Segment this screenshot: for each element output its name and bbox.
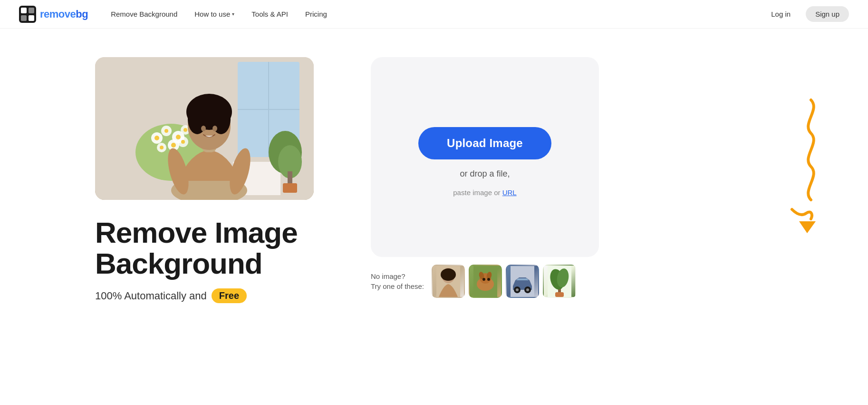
svg-rect-1 bbox=[21, 8, 27, 13]
svg-point-53 bbox=[526, 288, 529, 291]
drop-file-text: or drop a file, bbox=[460, 169, 510, 179]
sample-thumb-car[interactable] bbox=[506, 265, 539, 298]
url-link[interactable]: URL bbox=[502, 188, 517, 197]
hero-heading: Remove Image Background bbox=[95, 217, 333, 279]
svg-point-41 bbox=[441, 268, 456, 281]
navbar: removebg Remove Background How to use ▾ … bbox=[0, 0, 868, 29]
svg-point-25 bbox=[183, 128, 187, 132]
svg-point-22 bbox=[154, 136, 159, 140]
svg-point-26 bbox=[160, 146, 164, 149]
svg-rect-13 bbox=[283, 183, 297, 193]
logo-link[interactable]: removebg bbox=[19, 6, 88, 23]
svg-point-23 bbox=[164, 129, 168, 133]
sample-thumb-person[interactable] bbox=[432, 265, 465, 298]
sample-thumb-plant[interactable] bbox=[543, 265, 576, 298]
svg-point-24 bbox=[176, 135, 181, 139]
sample-label: No image? Try one of these: bbox=[371, 271, 424, 291]
svg-rect-58 bbox=[555, 292, 564, 297]
nav-actions: Log in Sign up bbox=[763, 6, 849, 22]
thumb-car-inner bbox=[507, 266, 538, 297]
hero-tagline: 100% Automatically and Free bbox=[95, 288, 333, 303]
upload-image-button[interactable]: Upload Image bbox=[418, 127, 551, 159]
thumb-plant-icon bbox=[548, 266, 571, 297]
svg-point-48 bbox=[487, 278, 490, 281]
sample-images-row: No image? Try one of these: bbox=[371, 265, 599, 298]
chevron-down-icon: ▾ bbox=[232, 11, 234, 17]
left-side: Remove Image Background 100% Automatical… bbox=[95, 57, 333, 303]
svg-point-38 bbox=[212, 126, 217, 131]
deco-squiggle-icon bbox=[754, 95, 830, 238]
nav-pricing[interactable]: Pricing bbox=[305, 10, 327, 18]
nav-links: Remove Background How to use ▾ Tools & A… bbox=[111, 10, 763, 18]
logo-icon bbox=[19, 6, 36, 23]
logo-text: removebg bbox=[40, 8, 88, 20]
svg-point-27 bbox=[171, 143, 176, 148]
hero-image bbox=[95, 57, 314, 200]
thumb-dog-icon bbox=[473, 266, 497, 297]
svg-rect-2 bbox=[29, 8, 34, 13]
svg-rect-4 bbox=[29, 15, 34, 21]
right-side: Upload Image or drop a file, paste image… bbox=[371, 57, 773, 298]
free-badge: Free bbox=[212, 288, 247, 303]
nav-remove-background[interactable]: Remove Background bbox=[111, 10, 177, 18]
svg-rect-3 bbox=[21, 15, 27, 21]
thumb-person-inner bbox=[433, 266, 464, 297]
main-content: Remove Image Background 100% Automatical… bbox=[0, 29, 868, 322]
svg-point-47 bbox=[482, 278, 485, 281]
svg-marker-59 bbox=[799, 221, 816, 233]
sample-thumb-dog[interactable] bbox=[469, 265, 502, 298]
thumb-car-icon bbox=[511, 266, 534, 297]
paste-url-text: paste image or URL bbox=[453, 188, 516, 197]
logo-text-bg: bg bbox=[76, 8, 88, 20]
svg-point-28 bbox=[181, 140, 185, 144]
thumb-plant-inner bbox=[544, 266, 575, 297]
hero-person-illustration bbox=[95, 57, 314, 200]
login-button[interactable]: Log in bbox=[763, 6, 798, 22]
thumb-person-icon bbox=[436, 266, 460, 297]
nav-how-to-use[interactable]: How to use ▾ bbox=[194, 10, 234, 18]
upload-card: Upload Image or drop a file, paste image… bbox=[371, 57, 599, 257]
svg-point-37 bbox=[201, 126, 206, 131]
svg-point-52 bbox=[516, 288, 519, 291]
logo-text-remove: remove bbox=[40, 8, 76, 20]
sample-thumbs bbox=[432, 265, 576, 298]
thumb-dog-inner bbox=[470, 266, 501, 297]
signup-button[interactable]: Sign up bbox=[806, 6, 849, 22]
nav-tools-api[interactable]: Tools & API bbox=[251, 10, 288, 18]
hero-image-inner bbox=[95, 57, 314, 200]
